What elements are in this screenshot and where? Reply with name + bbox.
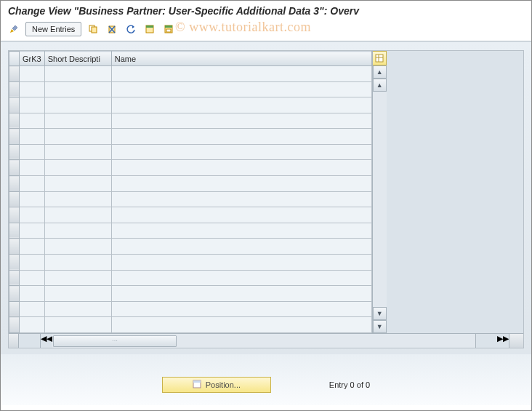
cell-short-desc[interactable]	[44, 207, 111, 223]
table-row[interactable]	[9, 207, 372, 223]
row-selector[interactable]	[9, 129, 20, 145]
cell-name[interactable]	[111, 81, 371, 97]
column-header-name[interactable]: Name	[111, 52, 371, 66]
cell-grk3[interactable]	[20, 66, 45, 82]
table-row[interactable]	[9, 317, 372, 333]
row-selector[interactable]	[9, 286, 20, 302]
row-selector[interactable]	[9, 97, 20, 113]
table-row[interactable]	[9, 129, 372, 145]
cell-short-desc[interactable]	[44, 223, 111, 239]
cell-grk3[interactable]	[20, 176, 45, 192]
column-header-grk3[interactable]: GrK3	[20, 52, 45, 66]
select-all-icon[interactable]	[142, 22, 157, 36]
table-row[interactable]	[9, 286, 372, 302]
cell-grk3[interactable]	[20, 239, 45, 255]
cell-grk3[interactable]	[20, 223, 45, 239]
row-selector[interactable]	[9, 81, 20, 97]
cell-grk3[interactable]	[20, 81, 45, 97]
row-selector[interactable]	[9, 270, 20, 286]
cell-name[interactable]	[111, 254, 371, 270]
table-settings-icon[interactable]	[373, 51, 387, 65]
cell-short-desc[interactable]	[44, 191, 111, 207]
row-selector[interactable]	[9, 207, 20, 223]
row-selector[interactable]	[9, 254, 20, 270]
cell-short-desc[interactable]	[44, 97, 111, 113]
undo-icon[interactable]	[124, 22, 138, 36]
cell-name[interactable]	[111, 270, 371, 286]
cell-short-desc[interactable]	[44, 239, 111, 255]
scroll-left-first-icon[interactable]: ◀	[41, 334, 47, 348]
table-row[interactable]	[9, 160, 372, 176]
table-row[interactable]	[9, 113, 372, 129]
table-row[interactable]	[9, 66, 372, 82]
new-entries-button[interactable]: New Entries	[25, 22, 81, 36]
cell-short-desc[interactable]	[44, 286, 111, 302]
cell-grk3[interactable]	[20, 317, 45, 333]
table-row[interactable]	[9, 144, 372, 160]
row-selector[interactable]	[9, 239, 20, 255]
table-row[interactable]	[9, 301, 372, 317]
table-row[interactable]	[9, 97, 372, 113]
row-selector[interactable]	[9, 176, 20, 192]
cell-name[interactable]	[111, 97, 371, 113]
scrollbar-thumb[interactable]: ⋯	[53, 335, 177, 347]
scroll-up-icon[interactable]: ▲	[373, 79, 387, 92]
scroll-right-last-icon[interactable]: ▶	[503, 334, 509, 348]
change-icon[interactable]	[7, 22, 21, 36]
cell-grk3[interactable]	[20, 97, 45, 113]
table-row[interactable]	[9, 191, 372, 207]
cell-short-desc[interactable]	[44, 66, 111, 82]
cell-grk3[interactable]	[20, 144, 45, 160]
position-button[interactable]: Position...	[162, 377, 271, 393]
select-all-header[interactable]	[9, 52, 20, 66]
cell-name[interactable]	[111, 239, 371, 255]
table-row[interactable]	[9, 81, 372, 97]
scroll-left-icon[interactable]: ◀	[47, 334, 52, 348]
cell-grk3[interactable]	[20, 160, 45, 176]
cell-short-desc[interactable]	[44, 81, 111, 97]
cell-short-desc[interactable]	[44, 176, 111, 192]
row-selector[interactable]	[9, 301, 20, 317]
cell-short-desc[interactable]	[44, 254, 111, 270]
row-selector[interactable]	[9, 144, 20, 160]
cell-grk3[interactable]	[20, 254, 45, 270]
cell-grk3[interactable]	[20, 113, 45, 129]
horizontal-scrollbar[interactable]: ⋯	[52, 334, 475, 348]
table-row[interactable]	[9, 223, 372, 239]
table-row[interactable]	[9, 254, 372, 270]
cell-short-desc[interactable]	[44, 160, 111, 176]
cell-grk3[interactable]	[20, 270, 45, 286]
column-header-short-desc[interactable]: Short Descripti	[44, 52, 111, 66]
row-selector[interactable]	[9, 113, 20, 129]
cell-grk3[interactable]	[20, 207, 45, 223]
table-row[interactable]	[9, 270, 372, 286]
cell-name[interactable]	[111, 286, 371, 302]
scroll-up-icon[interactable]: ▲	[373, 65, 387, 79]
scroll-right-icon[interactable]: ▶	[497, 334, 503, 348]
cell-short-desc[interactable]	[44, 270, 111, 286]
cell-name[interactable]	[111, 144, 371, 160]
cell-grk3[interactable]	[20, 191, 45, 207]
delete-icon[interactable]	[105, 22, 119, 36]
cell-short-desc[interactable]	[44, 129, 111, 145]
row-selector[interactable]	[9, 223, 20, 239]
row-selector[interactable]	[9, 317, 20, 333]
cell-short-desc[interactable]	[44, 301, 111, 317]
row-selector[interactable]	[9, 191, 20, 207]
cell-name[interactable]	[111, 160, 371, 176]
table-row[interactable]	[9, 239, 372, 255]
deselect-all-icon[interactable]	[161, 22, 176, 36]
vertical-scrollbar[interactable]: ▲ ▲ ▼ ▼	[373, 65, 387, 333]
cell-name[interactable]	[111, 113, 371, 129]
scroll-down-icon[interactable]: ▼	[373, 307, 387, 320]
scroll-down-icon[interactable]: ▼	[373, 320, 387, 333]
cell-name[interactable]	[111, 129, 371, 145]
cell-name[interactable]	[111, 66, 371, 82]
cell-grk3[interactable]	[20, 286, 45, 302]
cell-short-desc[interactable]	[44, 144, 111, 160]
cell-name[interactable]	[111, 223, 371, 239]
cell-grk3[interactable]	[20, 301, 45, 317]
table-row[interactable]	[9, 176, 372, 192]
cell-name[interactable]	[111, 301, 371, 317]
row-selector[interactable]	[9, 66, 20, 82]
